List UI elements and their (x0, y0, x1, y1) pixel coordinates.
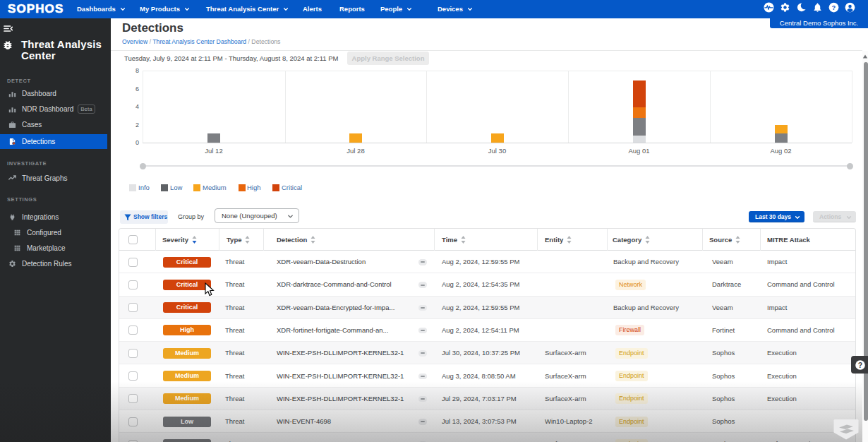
svg-text:?: ? (832, 4, 836, 11)
svg-text:?: ? (858, 361, 862, 369)
